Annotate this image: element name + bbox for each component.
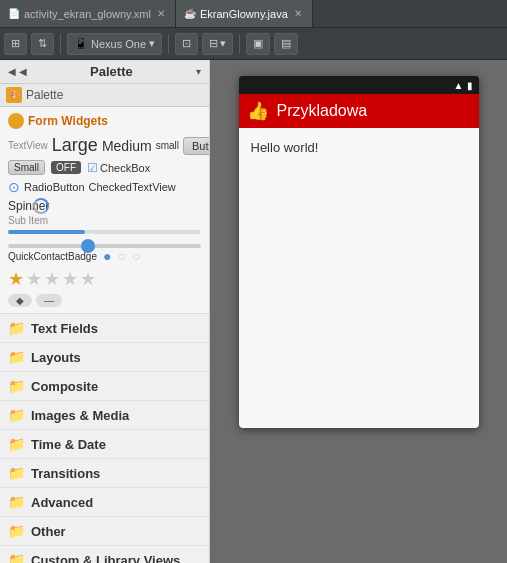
fw-spinner-row: Spinner [8,199,201,213]
cat-custom-label: Custom & Library Views [31,553,180,564]
palette-title: Palette [31,64,192,79]
form-widgets-icon [8,113,24,129]
render-btn[interactable]: ▣ [246,33,270,55]
composite-folder-icon: 📁 [8,378,25,394]
android-logo: 👍 [247,100,269,122]
fw-toggle-button[interactable]: OFF [51,161,81,174]
fw-textview-row: TextView Large Medium small Button [8,135,201,156]
tab-java-close[interactable]: ✕ [292,7,304,20]
preview-btn[interactable]: ▤ [274,33,298,55]
cat-advanced-label: Advanced [31,495,93,510]
fw-radio-row: ⊙ RadioButton CheckedTextView [8,179,201,195]
palette-back-arrow[interactable]: ◀ ◀ [8,66,27,77]
screen-toggle-btn[interactable]: ⊡ [175,33,198,55]
zoom-icon: ⊟ [209,37,218,50]
fw-progress-row [8,230,201,234]
layouts-folder-icon: 📁 [8,349,25,365]
cat-layouts-label: Layouts [31,350,81,365]
star-3[interactable]: ★ [44,268,60,290]
fw-chip-row: ◆ — [8,294,201,307]
fw-checkbox[interactable]: ☑ CheckBox [87,161,150,175]
cat-time-date[interactable]: 📁 Time & Date [0,430,209,459]
fw-radio-label[interactable]: RadioButton [24,181,85,193]
fw-radio-dot: ⊙ [8,179,20,195]
cat-time-label: Time & Date [31,437,106,452]
fw-quickcontact-label[interactable]: QuickContactBadge [8,251,97,262]
android-device: ▲ ▮ 👍 Przykladowa Hello world! [239,76,479,428]
fw-progress-fill [8,230,85,234]
fw-textview-label: TextView [8,140,48,151]
fw-large-text[interactable]: Large [52,135,98,156]
fw-quickcontact-row: QuickContactBadge ● ○ ○ [8,248,201,264]
fw-checked-tv[interactable]: CheckedTextView [89,181,176,193]
star-2[interactable]: ★ [26,268,42,290]
device-dropdown-arrow: ▾ [149,37,155,50]
star-4[interactable]: ★ [62,268,78,290]
cat-text-fields-label: Text Fields [31,321,98,336]
render-icon: ▣ [253,37,263,50]
cat-text-fields[interactable]: 📁 Text Fields [0,314,209,343]
tab-java[interactable]: ☕ EkranGlowny.java ✕ [176,0,313,27]
fw-seek-row[interactable] [8,238,201,242]
main-content: ◀ ◀ Palette ▾ 🎨 Palette Form Widgets Tex… [0,60,507,563]
tab-xml-close[interactable]: ✕ [155,7,167,20]
fw-button[interactable]: Button [183,137,210,155]
layout-arrows-btn[interactable]: ⇅ [31,33,54,55]
palette-dropdown-arrow[interactable]: ▾ [196,66,201,77]
custom-folder-icon: 📁 [8,552,25,563]
text-fields-folder-icon: 📁 [8,320,25,336]
cat-transitions[interactable]: 📁 Transitions [0,459,209,488]
fw-radio-selected: ● [103,248,111,264]
fw-seek-track [8,244,201,248]
xml-file-icon: 📄 [8,8,20,19]
cat-custom[interactable]: 📁 Custom & Library Views [0,546,209,563]
preview-icon: ▤ [281,37,291,50]
device-selector[interactable]: 📱 Nexus One ▾ [67,33,162,55]
fw-check-icon: ☑ [87,161,98,175]
form-widgets-header: Form Widgets [8,113,201,129]
tab-xml-label: activity_ekran_glowny.xml [24,8,151,20]
fw-small-text[interactable]: small [156,140,179,151]
palette-search-row: 🎨 Palette [0,84,209,107]
fw-progress-track [8,230,201,234]
star-1[interactable]: ★ [8,268,24,290]
cat-images-media[interactable]: 📁 Images & Media [0,401,209,430]
toolbar-sep-3 [239,34,240,54]
other-folder-icon: 📁 [8,523,25,539]
device-name: Nexus One [91,38,146,50]
palette-header: ◀ ◀ Palette ▾ [0,60,209,84]
layout-toggle-btn[interactable]: ⊞ [4,33,27,55]
cat-images-label: Images & Media [31,408,129,423]
tab-java-label: EkranGlowny.java [200,8,288,20]
fw-chip-2[interactable]: — [36,294,62,307]
fw-small-button[interactable]: Small [8,160,45,175]
zoom-arrow: ▾ [220,37,226,50]
fw-subitem-label: Sub Item [8,215,201,226]
star-5[interactable]: ★ [80,268,96,290]
cat-advanced[interactable]: 📁 Advanced [0,488,209,517]
transitions-folder-icon: 📁 [8,465,25,481]
cat-composite[interactable]: 📁 Composite [0,372,209,401]
form-widgets-area: Form Widgets TextView Large Medium small… [0,107,209,314]
screen-toggle-icon: ⊡ [182,37,191,50]
fw-chip-1[interactable]: ◆ [8,294,32,307]
palette-icon: 🎨 [6,87,22,103]
toolbar-sep-2 [168,34,169,54]
palette-panel: ◀ ◀ Palette ▾ 🎨 Palette Form Widgets Tex… [0,60,210,563]
android-content: Hello world! [239,128,479,428]
canvas-panel: ▲ ▮ 👍 Przykladowa Hello world! [210,60,507,563]
device-icon: 📱 [74,37,88,50]
fw-medium-text[interactable]: Medium [102,138,152,154]
cat-other-label: Other [31,524,66,539]
cat-transitions-label: Transitions [31,466,100,481]
layout-toggle-icon: ⊞ [11,37,20,50]
cat-layouts[interactable]: 📁 Layouts [0,343,209,372]
cat-composite-label: Composite [31,379,98,394]
zoom-btn[interactable]: ⊟ ▾ [202,33,233,55]
battery-icon: ▮ [467,80,473,91]
fw-radio-empty-1: ○ [117,248,125,264]
editor-toolbar: ⊞ ⇅ 📱 Nexus One ▾ ⊡ ⊟ ▾ ▣ ▤ [0,28,507,60]
cat-other[interactable]: 📁 Other [0,517,209,546]
tab-xml[interactable]: 📄 activity_ekran_glowny.xml ✕ [0,0,176,27]
images-folder-icon: 📁 [8,407,25,423]
